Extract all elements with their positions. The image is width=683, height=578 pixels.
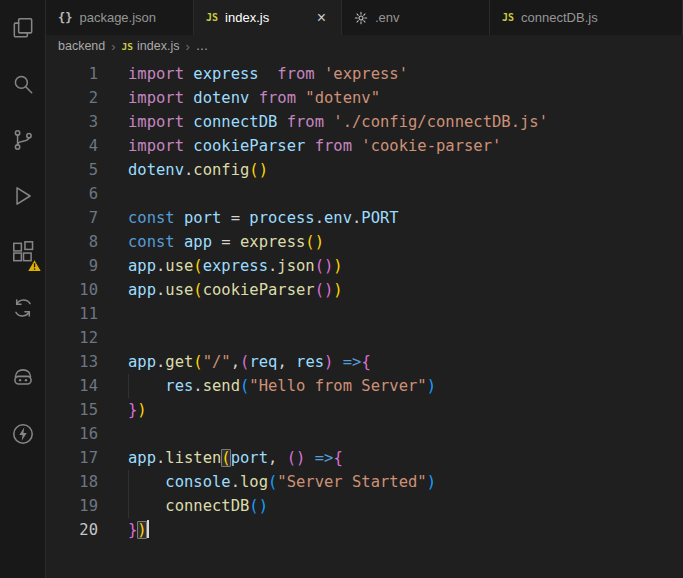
tab-index-js[interactable]: JSindex.js× xyxy=(194,0,342,35)
code-line[interactable]: 17app.listen(port, () =>{ xyxy=(46,446,683,470)
activity-item-search[interactable] xyxy=(0,56,45,112)
line-content: import express from 'express' xyxy=(128,62,408,86)
token-b1: () xyxy=(305,233,324,251)
token-fn: use xyxy=(165,281,193,299)
line-content: connectDB() xyxy=(128,494,268,518)
code-line[interactable]: 2import dotenv from "dotenv" xyxy=(46,86,683,110)
token-fn: config xyxy=(193,161,249,179)
activity-item-run-debug[interactable] xyxy=(0,168,45,224)
code-line[interactable]: 9app.use(express.json()) xyxy=(46,254,683,278)
code-line[interactable]: 6 xyxy=(46,182,683,206)
token-kw: import xyxy=(128,113,184,131)
code-line[interactable]: 15}) xyxy=(46,398,683,422)
line-number[interactable]: 19 xyxy=(46,494,98,518)
token-var: app xyxy=(128,281,156,299)
code-line[interactable]: 5dotenv.config() xyxy=(46,158,683,182)
code-line[interactable]: 4import cookieParser from 'cookie-parser… xyxy=(46,134,683,158)
tab-label: connectDB.js xyxy=(521,10,598,25)
activity-item-source-control[interactable] xyxy=(0,112,45,168)
tab-label: package.json xyxy=(79,10,156,25)
line-number[interactable]: 15 xyxy=(46,398,98,422)
line-number[interactable]: 8 xyxy=(46,230,98,254)
code-line[interactable]: 1import express from 'express' xyxy=(46,62,683,86)
close-icon[interactable]: × xyxy=(314,9,329,27)
breadcrumb-folder[interactable]: backend xyxy=(58,39,105,53)
line-number[interactable]: 2 xyxy=(46,86,98,110)
line-number[interactable]: 13 xyxy=(46,350,98,374)
code-line[interactable]: 3import connectDB from './config/connect… xyxy=(46,110,683,134)
token-str: 'cookie-parser' xyxy=(361,137,501,155)
token-pun: . xyxy=(184,161,193,179)
token-pun: , xyxy=(268,449,287,467)
editor-group: {}package.jsonJSindex.js×.envJSconnectDB… xyxy=(46,0,683,578)
line-number[interactable]: 18 xyxy=(46,470,98,494)
line-number[interactable]: 4 xyxy=(46,134,98,158)
token-var: app xyxy=(128,257,156,275)
token-pun: , xyxy=(231,353,240,371)
token-fn: send xyxy=(203,377,240,395)
line-number[interactable]: 10 xyxy=(46,278,98,302)
code-line[interactable]: 11 xyxy=(46,302,683,326)
line-number[interactable]: 14 xyxy=(46,374,98,398)
code-line[interactable]: 19 connectDB() xyxy=(46,494,683,518)
token-fn: listen xyxy=(165,449,221,467)
breadcrumb-file[interactable]: index.js xyxy=(137,39,179,53)
line-content: import dotenv from "dotenv" xyxy=(128,86,380,110)
text-cursor xyxy=(147,520,149,538)
line-number[interactable]: 11 xyxy=(46,302,98,326)
line-number[interactable]: 20 xyxy=(46,518,98,542)
activity-item-extensions[interactable] xyxy=(0,224,45,280)
editor[interactable]: backend › JS index.js › … 1import expres… xyxy=(46,35,683,578)
warning-badge xyxy=(27,259,42,272)
explorer-icon xyxy=(10,15,36,41)
code-line[interactable]: 10app.use(cookieParser()) xyxy=(46,278,683,302)
token-str: 'express' xyxy=(324,65,408,83)
line-number[interactable]: 9 xyxy=(46,254,98,278)
line-number[interactable]: 3 xyxy=(46,110,98,134)
token-b2: () xyxy=(315,281,334,299)
activity-item-copilot[interactable] xyxy=(0,350,45,406)
code-line[interactable]: 13app.get("/",(req, res) =>{ xyxy=(46,350,683,374)
token-b2: () xyxy=(287,449,306,467)
breadcrumb-symbol[interactable]: … xyxy=(196,39,209,53)
token-kw: from xyxy=(315,137,352,155)
activity-item-sync[interactable] xyxy=(0,280,45,336)
code-line[interactable]: 14 res.send("Hello from Server") xyxy=(46,374,683,398)
tab-package-json[interactable]: {}package.json xyxy=(46,0,194,35)
code-line[interactable]: 18 console.log("Server Started") xyxy=(46,470,683,494)
token-var: dotenv xyxy=(128,161,184,179)
line-number[interactable]: 7 xyxy=(46,206,98,230)
code-line[interactable]: 12 xyxy=(46,326,683,350)
run-debug-icon xyxy=(10,183,36,209)
token-b2: } xyxy=(128,401,137,419)
line-number[interactable]: 6 xyxy=(46,182,98,206)
token-var: PORT xyxy=(361,209,398,227)
token-b1: ) xyxy=(137,401,146,419)
code-line[interactable]: 7const port = process.env.PORT xyxy=(46,206,683,230)
token-b1: ) xyxy=(137,521,146,539)
line-number[interactable]: 17 xyxy=(46,446,98,470)
line-number[interactable]: 12 xyxy=(46,326,98,350)
token-pun: . xyxy=(193,377,202,395)
thunder-client-icon xyxy=(10,421,36,447)
token-pun xyxy=(333,353,342,371)
token-pun xyxy=(175,209,184,227)
line-number[interactable]: 16 xyxy=(46,422,98,446)
tab-connectdb-js[interactable]: JSconnectDB.js xyxy=(490,0,683,35)
token-var: res xyxy=(165,377,193,395)
line-number[interactable]: 1 xyxy=(46,62,98,86)
activity-item-explorer[interactable] xyxy=(0,0,45,56)
token-pun: . xyxy=(156,353,165,371)
code-area[interactable]: 1import express from 'express'2import do… xyxy=(46,57,683,542)
line-content: const app = express() xyxy=(128,230,324,254)
token-b3: ) xyxy=(427,473,436,491)
code-line[interactable]: 8const app = express() xyxy=(46,230,683,254)
line-number[interactable]: 5 xyxy=(46,158,98,182)
token-pun xyxy=(259,65,278,83)
line-content: app.get("/",(req, res) =>{ xyxy=(128,350,371,374)
token-storage: => xyxy=(315,449,334,467)
tab-env[interactable]: .env xyxy=(342,0,490,35)
code-line[interactable]: 20}) xyxy=(46,518,683,542)
code-line[interactable]: 16 xyxy=(46,422,683,446)
activity-item-thunder-client[interactable] xyxy=(0,406,45,462)
